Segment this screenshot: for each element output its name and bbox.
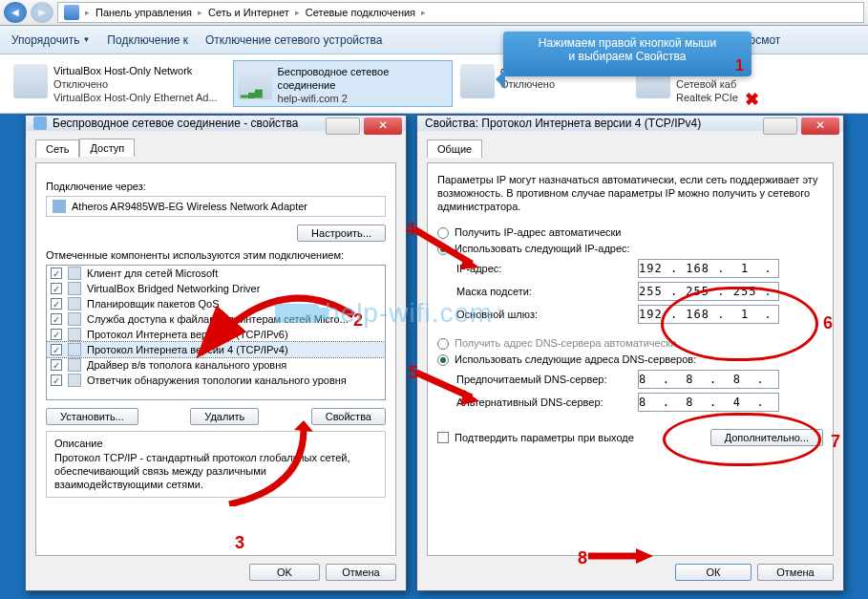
breadcrumb[interactable]: Панель управления	[95, 7, 192, 18]
configure-button[interactable]: Настроить...	[297, 225, 386, 242]
disconnected-icon: ✖	[745, 89, 759, 110]
dialog-title: Беспроводное сетевое соединение - свойст…	[53, 117, 299, 130]
ok-button[interactable]: ОК	[675, 564, 752, 581]
network-adapter-icon	[13, 64, 48, 98]
install-button[interactable]: Установить...	[46, 408, 138, 425]
tab-access[interactable]: Доступ	[79, 139, 135, 157]
connect-via-label: Подключение через:	[46, 181, 386, 192]
menu-organize[interactable]: Упорядочить▼	[11, 33, 90, 47]
close-button[interactable]: ✕	[801, 118, 839, 135]
breadcrumb-field[interactable]: ▸ Панель управления ▸ Сеть и Интернет ▸ …	[57, 2, 864, 23]
annotation-number-6: 6	[823, 313, 833, 333]
menu-connect[interactable]: Подключение к	[107, 33, 188, 47]
radio-manual-ip[interactable]: Использовать следующий IP-адрес:	[437, 243, 823, 255]
checkbox-icon[interactable]	[51, 329, 62, 340]
nav-forward-button[interactable]: ►	[31, 2, 53, 23]
checkbox-icon[interactable]	[51, 374, 62, 386]
control-panel-icon	[64, 5, 79, 20]
dialog-title: Свойства: Протокол Интернета версии 4 (T…	[425, 117, 701, 130]
breadcrumb[interactable]: Сеть и Интернет	[208, 7, 289, 18]
mask-label: Маска подсети:	[437, 286, 628, 297]
confirm-checkbox[interactable]: Подтвердить параметры при выходе	[437, 432, 634, 443]
dialog-title-bar[interactable]: Свойства: Протокол Интернета версии 4 (T…	[417, 116, 843, 131]
dialog-title-bar[interactable]: Беспроводное сетевое соединение - свойст…	[26, 116, 406, 131]
cancel-button[interactable]: Отмена	[757, 564, 834, 581]
annotation-arrow	[191, 420, 315, 506]
tab-network[interactable]: Сеть	[35, 139, 79, 158]
intro-text: Параметры IP могут назначаться автоматич…	[437, 173, 823, 213]
annotation-arrow	[586, 546, 653, 566]
annotation-number-4: 4	[406, 220, 415, 240]
annotation-circle	[663, 413, 821, 466]
annotation-tooltip: Нажимаем правой кнопкой мыши и выбираем …	[503, 32, 752, 76]
annotation-arrow	[191, 258, 363, 363]
gateway-label: Основной шлюз:	[437, 309, 628, 320]
annotation-number-7: 7	[831, 432, 840, 452]
properties-button[interactable]: Свойства	[311, 408, 386, 425]
ok-button[interactable]: OK	[249, 564, 320, 581]
nav-back-button[interactable]: ◄	[4, 2, 27, 23]
component-row[interactable]: Ответчик обнаружения топологии канальног…	[47, 373, 385, 388]
help-button[interactable]	[326, 118, 360, 135]
annotation-arrow	[413, 369, 481, 407]
annotation-circle	[661, 287, 818, 361]
menu-disable[interactable]: Отключение сетевого устройства	[205, 33, 382, 47]
connection-item-selected[interactable]: ▂▄▆ Беспроводное сетевое соединение help…	[233, 60, 453, 107]
adapter-field: Atheros AR9485WB-EG Wireless Network Ada…	[46, 196, 386, 217]
annotation-arrow	[411, 225, 482, 273]
tab-general[interactable]: Общие	[427, 139, 482, 158]
annotation-number-8: 8	[578, 548, 587, 568]
checkbox-icon[interactable]	[51, 313, 62, 325]
dns2-input[interactable]	[638, 393, 779, 412]
wifi-adapter-icon: ▂▄▆	[238, 65, 272, 99]
checkbox-icon[interactable]	[51, 298, 62, 310]
connection-item[interactable]: VirtualBox Host-Only Network Отключено V…	[10, 60, 229, 107]
cancel-button[interactable]: Отмена	[326, 564, 396, 581]
checkbox-icon[interactable]	[51, 344, 62, 355]
breadcrumb[interactable]: Сетевые подключения	[306, 7, 415, 18]
radio-auto-ip[interactable]: Получить IP-адрес автоматически	[437, 226, 823, 239]
annotation-number-5: 5	[409, 363, 418, 383]
close-button[interactable]: ✕	[364, 118, 402, 135]
help-button[interactable]	[763, 118, 797, 135]
wifi-icon	[33, 117, 47, 130]
adapter-icon	[53, 200, 66, 213]
checkbox-icon[interactable]	[51, 283, 62, 294]
annotation-number-3: 3	[235, 533, 244, 553]
checkbox-icon[interactable]	[51, 267, 62, 279]
ip-input[interactable]	[638, 259, 779, 278]
checkbox-icon[interactable]	[51, 359, 62, 371]
annotation-number-2: 2	[353, 310, 363, 331]
dns1-input[interactable]	[638, 370, 779, 389]
address-bar: ◄ ► ▸ Панель управления ▸ Сеть и Интерне…	[0, 0, 868, 26]
annotation-number-1: 1	[735, 57, 744, 75]
